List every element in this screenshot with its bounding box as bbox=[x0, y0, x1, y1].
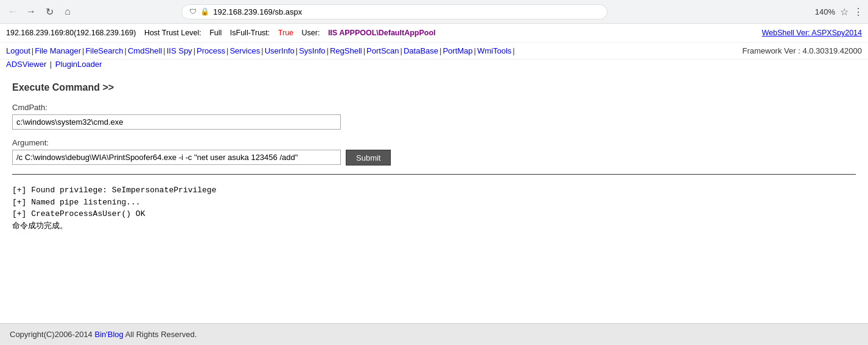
nav-sep-6: | bbox=[226, 46, 228, 55]
nav-row2: ADSViewer | PluginLoader bbox=[0, 60, 868, 72]
nav-sep-4: | bbox=[163, 46, 165, 55]
home-button[interactable]: ⌂ bbox=[60, 4, 75, 19]
zoom-level: 140% bbox=[815, 7, 835, 16]
nav-sep-7: | bbox=[261, 46, 263, 55]
nav-cmdshell[interactable]: CmdShell bbox=[128, 46, 162, 55]
forward-button[interactable]: → bbox=[23, 4, 39, 19]
main-content: Execute Command >> CmdPath: Argument: Su… bbox=[0, 72, 868, 242]
browser-right: 140% ☆ ⋮ bbox=[815, 6, 863, 18]
info-bar-left: 192.168.239.169:80(192.168.239.169) Host… bbox=[6, 29, 437, 37]
page-content: 192.168.239.169:80(192.168.239.169) Host… bbox=[0, 24, 868, 242]
trust-value: Full bbox=[209, 29, 222, 37]
lock-icon: 🔒 bbox=[200, 7, 209, 16]
submit-button[interactable]: Submit bbox=[346, 150, 391, 166]
browser-chrome: ← → ↻ ⌂ 🛡 🔒 140% ☆ ⋮ bbox=[0, 0, 868, 24]
argument-group: Argument: Submit bbox=[12, 138, 856, 166]
nav-sep-1: | bbox=[32, 46, 33, 55]
argument-input[interactable] bbox=[12, 150, 341, 165]
section-title: Execute Command >> bbox=[12, 82, 856, 93]
user-label: User: bbox=[302, 29, 320, 37]
nav-sep-14: | bbox=[513, 46, 514, 55]
user-value: IIS APPPOOL\DefaultAppPool bbox=[328, 29, 436, 37]
info-bar: 192.168.239.169:80(192.168.239.169) Host… bbox=[0, 24, 868, 43]
cmdpath-group: CmdPath: bbox=[12, 103, 856, 130]
info-bar-right: WebShell Ver: ASPXSpy2014 bbox=[762, 29, 862, 37]
nav-sep-11: | bbox=[401, 46, 402, 55]
nav-sep-8: | bbox=[296, 46, 298, 55]
bookmark-button[interactable]: ☆ bbox=[840, 6, 849, 18]
argument-label: Argument: bbox=[12, 138, 856, 147]
nav-process[interactable]: Process bbox=[197, 46, 225, 55]
framework-info: Framework Ver : 4.0.30319.42000 bbox=[742, 46, 862, 55]
trust-label: Host Trust Level: bbox=[144, 29, 201, 37]
isfull-label: IsFull-Trust: bbox=[230, 29, 270, 37]
nav-sep-12: | bbox=[439, 46, 441, 55]
nav-filesearch[interactable]: FileSearch bbox=[85, 46, 123, 55]
nav-services[interactable]: Services bbox=[229, 46, 260, 55]
nav-iis-spy[interactable]: IIS Spy bbox=[167, 46, 192, 55]
command-output: [+] Found privilege: SeImpersonatePrivil… bbox=[12, 184, 856, 232]
nav-wmitools[interactable]: WmiTools bbox=[477, 46, 511, 55]
nav-file-manager[interactable]: File Manager bbox=[35, 46, 81, 55]
nav-regshell[interactable]: RegShell bbox=[330, 46, 362, 55]
nav-database[interactable]: DataBase bbox=[404, 46, 438, 55]
webshell-link[interactable]: WebShell Ver: ASPXSpy2014 bbox=[762, 29, 862, 37]
reload-button[interactable]: ↻ bbox=[41, 4, 57, 19]
nav-sep-3: | bbox=[125, 46, 127, 55]
address-bar-container: 🛡 🔒 bbox=[181, 4, 607, 19]
nav-sep-9: | bbox=[327, 46, 329, 55]
cmdpath-label: CmdPath: bbox=[12, 103, 856, 112]
nav-pluginloader[interactable]: PluginLoader bbox=[55, 60, 102, 69]
output-divider bbox=[12, 174, 856, 175]
nav-portmap[interactable]: PortMap bbox=[443, 46, 472, 55]
back-button[interactable]: ← bbox=[5, 4, 21, 19]
nav-sep-2: | bbox=[82, 46, 84, 55]
menu-button[interactable]: ⋮ bbox=[853, 6, 863, 18]
nav-buttons: ← → ↻ ⌂ bbox=[5, 4, 75, 19]
cmdpath-input[interactable] bbox=[12, 114, 341, 130]
isfull-value: True bbox=[278, 29, 293, 37]
nav-sep-10: | bbox=[363, 46, 365, 55]
host-label: 192.168.239.169:80(192.168.239.169) bbox=[6, 29, 136, 37]
nav-sep-15: | bbox=[50, 60, 54, 69]
nav-sep-5: | bbox=[194, 46, 195, 55]
nav-userinfo[interactable]: UserInfo bbox=[265, 46, 295, 55]
nav-sep-13: | bbox=[474, 46, 476, 55]
nav-sysinfo[interactable]: SysInfo bbox=[299, 46, 325, 55]
nav-adsviewer[interactable]: ADSViewer bbox=[6, 60, 46, 69]
nav-portscan[interactable]: PortScan bbox=[366, 46, 399, 55]
address-input[interactable] bbox=[213, 7, 600, 16]
argument-row: Submit bbox=[12, 150, 856, 166]
nav-logout[interactable]: Logout bbox=[6, 46, 30, 55]
shield-icon: 🛡 bbox=[189, 7, 197, 16]
nav-bar: Logout | File Manager | FileSearch | Cmd… bbox=[0, 43, 868, 60]
